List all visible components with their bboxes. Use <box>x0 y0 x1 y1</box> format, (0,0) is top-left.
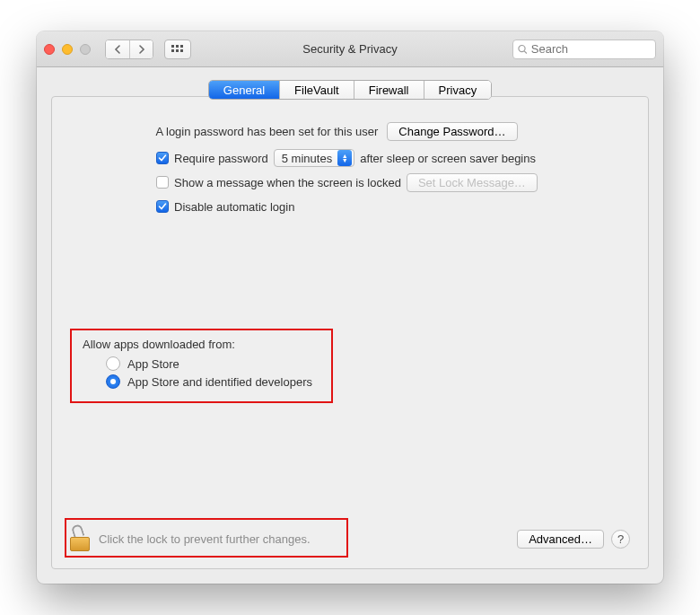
close-window-button[interactable] <box>44 44 55 55</box>
svg-rect-0 <box>171 45 174 48</box>
svg-rect-4 <box>176 49 179 52</box>
svg-rect-5 <box>180 49 183 52</box>
allow-identified-label: App Store and identified developers <box>127 375 312 389</box>
check-icon <box>158 202 167 211</box>
svg-rect-1 <box>176 45 179 48</box>
show-all-button[interactable] <box>164 40 191 59</box>
back-button[interactable] <box>106 40 129 58</box>
disable-auto-login-row: Disable automatic login <box>156 197 630 216</box>
chevron-left-icon <box>114 45 121 54</box>
login-options: Require password 5 minutes ▲▼ after slee… <box>156 148 630 221</box>
zoom-window-button[interactable] <box>80 44 91 55</box>
lock-area[interactable]: Click the lock to prevent further change… <box>70 526 318 551</box>
panel-footer: Click the lock to prevent further change… <box>70 520 630 558</box>
help-button[interactable]: ? <box>611 530 630 549</box>
disable-auto-login-label: Disable automatic login <box>174 200 294 214</box>
preferences-window: Security & Privacy General FileVault Fir… <box>37 31 663 584</box>
svg-point-6 <box>519 45 525 51</box>
lock-icon <box>70 526 92 551</box>
search-field[interactable] <box>512 40 656 59</box>
require-password-label: Require password <box>174 152 268 165</box>
allow-identified-radio[interactable] <box>106 374 120 389</box>
svg-rect-3 <box>171 49 174 52</box>
allow-apps-heading: Allow apps downloaded from: <box>83 338 322 351</box>
show-message-checkbox[interactable] <box>156 176 169 189</box>
advanced-button[interactable]: Advanced… <box>517 530 604 549</box>
change-password-button[interactable]: Change Password… <box>387 122 517 141</box>
svg-line-7 <box>524 50 527 53</box>
minimize-window-button[interactable] <box>62 44 73 55</box>
allow-app-store-radio[interactable] <box>106 356 120 371</box>
grid-icon <box>171 45 184 54</box>
tab-firewall[interactable]: Firewall <box>354 81 424 99</box>
allow-identified-row: App Store and identified developers <box>106 374 322 389</box>
nav-buttons <box>105 40 153 59</box>
updown-arrows-icon: ▲▼ <box>337 150 352 166</box>
content-area: General FileVault Firewall Privacy A log… <box>37 67 663 584</box>
login-password-row: A login password has been set for this u… <box>43 122 630 141</box>
show-message-row: Show a message when the screen is locked… <box>156 172 630 192</box>
allow-app-store-label: App Store <box>127 357 179 371</box>
svg-rect-2 <box>180 45 183 48</box>
search-icon <box>518 44 528 55</box>
require-password-row: Require password 5 minutes ▲▼ after slee… <box>156 148 630 168</box>
disable-auto-login-checkbox[interactable] <box>156 200 169 213</box>
traffic-lights <box>44 44 91 55</box>
tab-filevault[interactable]: FileVault <box>279 81 354 99</box>
general-panel: A login password has been set for this u… <box>51 96 649 569</box>
tab-general[interactable]: General <box>209 81 279 99</box>
window-title: Security & Privacy <box>302 42 397 56</box>
forward-button[interactable] <box>129 40 153 58</box>
set-lock-message-button[interactable]: Set Lock Message… <box>407 173 538 192</box>
show-message-label: Show a message when the screen is locked <box>174 176 401 189</box>
after-sleep-text: after sleep or screen saver begins <box>360 152 536 165</box>
allow-apps-section: Allow apps downloaded from: App Store Ap… <box>70 329 333 403</box>
password-delay-popup[interactable]: 5 minutes ▲▼ <box>274 149 354 167</box>
chevron-right-icon <box>138 45 145 54</box>
tab-bar: General FileVault Firewall Privacy <box>51 80 649 100</box>
lock-text: Click the lock to prevent further change… <box>99 532 311 546</box>
allow-app-store-row: App Store <box>106 356 322 371</box>
tab-privacy[interactable]: Privacy <box>424 81 492 99</box>
search-input[interactable] <box>531 42 651 56</box>
password-delay-value: 5 minutes <box>282 152 332 165</box>
require-password-checkbox[interactable] <box>156 152 169 164</box>
check-icon <box>158 154 167 163</box>
titlebar: Security & Privacy <box>37 31 663 67</box>
login-password-text: A login password has been set for this u… <box>155 125 378 138</box>
